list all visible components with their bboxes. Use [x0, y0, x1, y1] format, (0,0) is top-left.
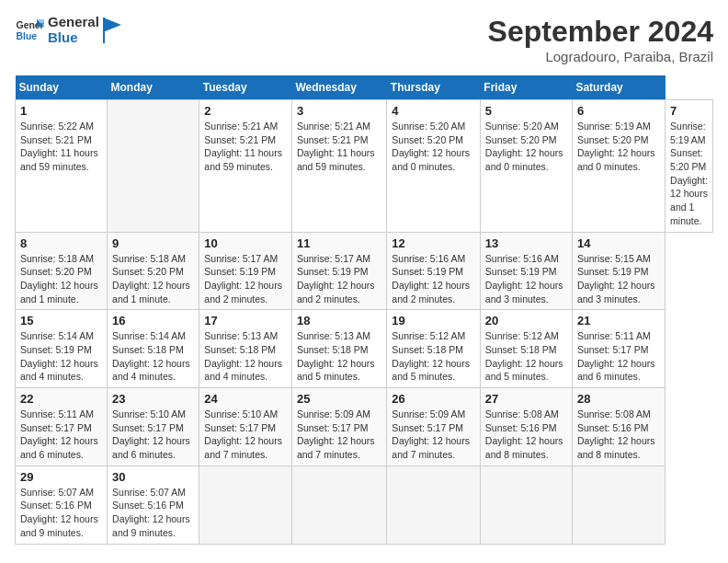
- location: Logradouro, Paraiba, Brazil: [488, 49, 713, 64]
- title-block: September 2024 Logradouro, Paraiba, Braz…: [488, 15, 713, 64]
- calendar-day: 12Sunrise: 5:16 AMSunset: 5:19 PMDayligh…: [387, 232, 481, 310]
- day-info: Sunrise: 5:07 AMSunset: 5:16 PMDaylight:…: [20, 486, 102, 540]
- calendar-table: SundayMondayTuesdayWednesdayThursdayFrid…: [15, 75, 713, 545]
- day-info: Sunrise: 5:19 AMSunset: 5:20 PMDaylight:…: [577, 120, 660, 174]
- calendar-day: 18Sunrise: 5:13 AMSunset: 5:18 PMDayligh…: [291, 310, 386, 388]
- day-number: 18: [297, 314, 381, 327]
- page-header: General Blue General Blue September 2024…: [15, 15, 713, 64]
- calendar-week-row: 29Sunrise: 5:07 AMSunset: 5:16 PMDayligh…: [16, 465, 713, 544]
- day-number: 21: [577, 314, 660, 327]
- calendar-day: 15Sunrise: 5:14 AMSunset: 5:19 PMDayligh…: [16, 310, 108, 388]
- calendar-header-row: SundayMondayTuesdayWednesdayThursdayFrid…: [16, 75, 713, 100]
- day-info: Sunrise: 5:18 AMSunset: 5:20 PMDaylight:…: [112, 252, 194, 306]
- day-number: 11: [297, 236, 381, 250]
- day-number: 26: [392, 392, 475, 406]
- day-number: 29: [20, 470, 102, 484]
- day-info: Sunrise: 5:14 AMSunset: 5:18 PMDaylight:…: [112, 329, 194, 384]
- svg-text:Blue: Blue: [17, 30, 38, 40]
- calendar-week-row: 8Sunrise: 5:18 AMSunset: 5:20 PMDaylight…: [16, 232, 713, 310]
- day-info: Sunrise: 5:08 AMSunset: 5:16 PMDaylight:…: [577, 408, 660, 462]
- day-info: Sunrise: 5:21 AMSunset: 5:21 PMDaylight:…: [204, 120, 287, 174]
- calendar-day: 1Sunrise: 5:22 AMSunset: 5:21 PMDaylight…: [16, 100, 108, 233]
- day-number: 16: [112, 314, 194, 327]
- day-of-week-header: Thursday: [387, 75, 481, 100]
- day-info: Sunrise: 5:10 AMSunset: 5:17 PMDaylight:…: [112, 408, 194, 462]
- calendar-day: 2Sunrise: 5:21 AMSunset: 5:21 PMDaylight…: [199, 100, 292, 233]
- day-info: Sunrise: 5:17 AMSunset: 5:19 PMDaylight:…: [297, 252, 381, 306]
- svg-marker-4: [103, 17, 121, 32]
- day-number: 10: [204, 236, 287, 250]
- calendar-day: [199, 465, 292, 544]
- calendar-day: [108, 100, 199, 233]
- logo-icon: General Blue: [15, 16, 44, 45]
- logo-text-blue: Blue: [48, 30, 99, 46]
- logo-text-general: General: [48, 15, 99, 30]
- calendar-day: 16Sunrise: 5:14 AMSunset: 5:18 PMDayligh…: [108, 310, 199, 388]
- day-number: 1: [20, 104, 102, 118]
- day-of-week-header: Friday: [480, 75, 572, 100]
- day-number: 7: [670, 104, 708, 118]
- day-info: Sunrise: 5:12 AMSunset: 5:18 PMDaylight:…: [485, 329, 567, 384]
- logo: General Blue General Blue: [15, 15, 121, 45]
- day-number: 17: [204, 314, 287, 327]
- day-number: 9: [112, 236, 194, 250]
- day-info: Sunrise: 5:16 AMSunset: 5:19 PMDaylight:…: [392, 252, 475, 306]
- day-info: Sunrise: 5:11 AMSunset: 5:17 PMDaylight:…: [20, 408, 102, 462]
- day-number: 20: [485, 314, 567, 327]
- calendar-day: 30Sunrise: 5:07 AMSunset: 5:16 PMDayligh…: [108, 465, 199, 544]
- day-info: Sunrise: 5:13 AMSunset: 5:18 PMDaylight:…: [204, 329, 287, 384]
- day-info: Sunrise: 5:19 AMSunset: 5:20 PMDaylight:…: [670, 120, 708, 228]
- calendar-day: 25Sunrise: 5:09 AMSunset: 5:17 PMDayligh…: [291, 388, 386, 466]
- day-number: 2: [204, 104, 287, 118]
- calendar-day: 21Sunrise: 5:11 AMSunset: 5:17 PMDayligh…: [572, 310, 665, 388]
- calendar-day: [572, 465, 665, 544]
- day-info: Sunrise: 5:18 AMSunset: 5:20 PMDaylight:…: [20, 252, 102, 306]
- day-number: 25: [297, 392, 381, 406]
- day-info: Sunrise: 5:08 AMSunset: 5:16 PMDaylight:…: [485, 408, 567, 462]
- calendar-day: 10Sunrise: 5:17 AMSunset: 5:19 PMDayligh…: [199, 232, 292, 310]
- day-number: 19: [392, 314, 475, 327]
- calendar-day: 22Sunrise: 5:11 AMSunset: 5:17 PMDayligh…: [16, 388, 108, 466]
- day-of-week-header: Monday: [108, 75, 199, 100]
- calendar-day: 14Sunrise: 5:15 AMSunset: 5:19 PMDayligh…: [572, 232, 665, 310]
- calendar-day: 26Sunrise: 5:09 AMSunset: 5:17 PMDayligh…: [387, 388, 481, 466]
- calendar-day: 17Sunrise: 5:13 AMSunset: 5:18 PMDayligh…: [199, 310, 292, 388]
- calendar-day: 29Sunrise: 5:07 AMSunset: 5:16 PMDayligh…: [16, 465, 108, 544]
- day-number: 27: [485, 392, 567, 406]
- day-info: Sunrise: 5:16 AMSunset: 5:19 PMDaylight:…: [485, 252, 567, 306]
- day-of-week-header: Wednesday: [291, 75, 386, 100]
- day-number: 13: [485, 236, 567, 250]
- day-number: 14: [577, 236, 660, 250]
- day-number: 8: [20, 236, 102, 250]
- calendar-day: 19Sunrise: 5:12 AMSunset: 5:18 PMDayligh…: [387, 310, 481, 388]
- day-info: Sunrise: 5:09 AMSunset: 5:17 PMDaylight:…: [297, 408, 381, 462]
- day-of-week-header: Sunday: [16, 75, 108, 100]
- svg-rect-5: [103, 17, 105, 43]
- calendar-day: 11Sunrise: 5:17 AMSunset: 5:19 PMDayligh…: [291, 232, 386, 310]
- day-info: Sunrise: 5:10 AMSunset: 5:17 PMDaylight:…: [204, 408, 287, 462]
- calendar-day: 7Sunrise: 5:19 AMSunset: 5:20 PMDaylight…: [665, 100, 713, 233]
- day-number: 15: [20, 314, 102, 327]
- day-info: Sunrise: 5:22 AMSunset: 5:21 PMDaylight:…: [20, 120, 102, 174]
- calendar-day: 3Sunrise: 5:21 AMSunset: 5:21 PMDaylight…: [291, 100, 386, 233]
- logo-flag-icon: [103, 17, 121, 43]
- month-title: September 2024: [488, 15, 713, 49]
- calendar-day: 4Sunrise: 5:20 AMSunset: 5:20 PMDaylight…: [387, 100, 481, 233]
- calendar-day: 20Sunrise: 5:12 AMSunset: 5:18 PMDayligh…: [480, 310, 572, 388]
- day-info: Sunrise: 5:15 AMSunset: 5:19 PMDaylight:…: [577, 252, 660, 306]
- calendar-day: [291, 465, 386, 544]
- day-info: Sunrise: 5:07 AMSunset: 5:16 PMDaylight:…: [112, 486, 194, 540]
- day-info: Sunrise: 5:13 AMSunset: 5:18 PMDaylight:…: [297, 329, 381, 384]
- calendar-day: 27Sunrise: 5:08 AMSunset: 5:16 PMDayligh…: [480, 388, 572, 466]
- day-info: Sunrise: 5:20 AMSunset: 5:20 PMDaylight:…: [392, 120, 475, 174]
- day-info: Sunrise: 5:11 AMSunset: 5:17 PMDaylight:…: [577, 329, 660, 384]
- day-info: Sunrise: 5:17 AMSunset: 5:19 PMDaylight:…: [204, 252, 287, 306]
- calendar-day: 9Sunrise: 5:18 AMSunset: 5:20 PMDaylight…: [108, 232, 199, 310]
- day-number: 12: [392, 236, 475, 250]
- day-number: 3: [297, 104, 381, 118]
- calendar-day: 13Sunrise: 5:16 AMSunset: 5:19 PMDayligh…: [480, 232, 572, 310]
- day-number: 30: [112, 470, 194, 484]
- day-number: 22: [20, 392, 102, 406]
- day-number: 6: [577, 104, 660, 118]
- calendar-week-row: 15Sunrise: 5:14 AMSunset: 5:19 PMDayligh…: [16, 310, 713, 388]
